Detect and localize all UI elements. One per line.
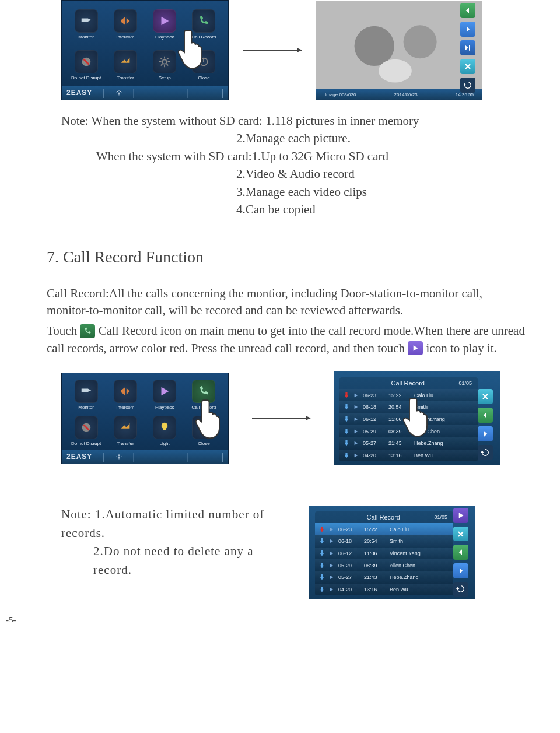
menu-item-setup: Setup (146, 46, 183, 85)
arrow-down-icon (320, 587, 324, 592)
row-date: 05-27 (363, 440, 384, 446)
callrecord-inline-icon (80, 324, 95, 338)
menu-label: Call Record (191, 34, 216, 40)
next-button[interactable] (453, 563, 468, 578)
callrecord-row[interactable]: 06-1211:06Vincent.Yang (340, 413, 478, 426)
page-indicator: 01/05 (434, 514, 447, 520)
text-fragment: icon to play it. (426, 341, 497, 355)
arrow-connector (246, 418, 316, 419)
page-indicator: 01/05 (459, 380, 472, 386)
menu-item-close: Close (186, 414, 222, 448)
gear-icon (153, 50, 176, 73)
menu-label: Call Record (191, 405, 216, 410)
callrecord-row[interactable]: 04-2013:16Ben.Wu (315, 584, 453, 596)
divider: | (133, 87, 135, 98)
intercom-icon (114, 380, 137, 403)
menu-label: Playback (155, 34, 174, 40)
svg-point-6 (404, 25, 437, 58)
prev-button[interactable] (453, 545, 468, 560)
row-date: 05-29 (338, 563, 359, 569)
camera-icon (75, 9, 98, 33)
menu-item-playback: Playback (146, 378, 183, 412)
svg-point-3 (118, 92, 120, 94)
play-tri-icon (329, 527, 334, 532)
row-time: 11:06 (364, 550, 385, 556)
menu-item-callrecord: Call Record (186, 5, 222, 44)
play-tri-icon (354, 453, 358, 458)
menu-item-light: Light (146, 414, 183, 448)
next-button[interactable] (478, 426, 493, 441)
callrecord-row[interactable]: 06-2315:22Calo.Liu (340, 389, 478, 401)
row-date: 04-20 (338, 587, 359, 592)
limit-note: Note: 1.Automatic limited number of reco… (61, 506, 277, 579)
delete-button[interactable] (453, 527, 468, 542)
callrecord-row[interactable]: 05-2908:39Allen.Chen (340, 425, 478, 437)
menu-label: Transfer (117, 75, 134, 80)
callrecord-row[interactable]: 06-1211:06Vincent.Yang (315, 548, 453, 560)
svg-point-1 (162, 59, 166, 64)
callrecord-row[interactable]: 04-2013:16Ben.Wu (340, 450, 478, 462)
note-line: 3.Manage each video clips (61, 183, 525, 201)
camera-icon (75, 380, 98, 403)
menu-label: Do not Disrupt (71, 75, 101, 80)
sdcard-note: Note: When the system without SD card: 1… (61, 112, 525, 219)
menu-label: Light (159, 441, 169, 446)
settings-gear-icon (116, 89, 123, 96)
panel-title: Call Record (332, 514, 434, 521)
callrecord-row[interactable]: 06-1820:54Smith (315, 535, 453, 548)
row-date: 06-23 (338, 527, 359, 532)
back-button[interactable] (478, 445, 493, 460)
callrecord-row[interactable]: 06-1820:54Smith (340, 401, 478, 413)
delete-button[interactable] (460, 59, 475, 74)
callrecord-row[interactable]: 05-2908:39Allen.Chen (315, 559, 453, 571)
menu-item-playback: Playback (146, 5, 183, 44)
callrecord-row[interactable]: 05-2721:43Hebe.Zhang (340, 437, 478, 450)
row-name: Smith (414, 404, 473, 410)
play-tri-icon (329, 587, 334, 592)
divider: | (133, 451, 135, 462)
play-tri-icon (354, 429, 358, 434)
menu-label: Close (198, 441, 209, 446)
image-counter: Image:008/020 (325, 92, 356, 97)
arrow-down-icon (344, 416, 349, 422)
menu-label: Close (198, 75, 209, 80)
row-time: 15:22 (388, 392, 410, 398)
next-button[interactable] (460, 22, 475, 37)
brand-logo: 2EASY (66, 453, 92, 461)
menu-label: Monitor (78, 34, 94, 40)
prev-button[interactable] (478, 408, 493, 423)
play-tri-icon (329, 563, 334, 568)
arrow-down-icon (320, 574, 324, 580)
arrow-down-icon (344, 440, 349, 446)
arrow-down-icon (320, 538, 324, 544)
play-tri-icon (354, 441, 358, 446)
back-button[interactable] (453, 582, 468, 597)
callrecord-row[interactable]: 06-2315:22Calo.Liu (315, 523, 453, 535)
arrow-down-icon (344, 404, 349, 410)
playback-menu-screenshot: Monitor Intercom Playback Call Record Do… (61, 0, 229, 100)
page-number: -5- (6, 615, 16, 622)
prev-button[interactable] (460, 3, 475, 18)
play-pause-button[interactable] (460, 40, 475, 55)
row-time: 21:43 (364, 574, 385, 580)
delete-button[interactable] (478, 389, 493, 404)
playback-icon (153, 380, 176, 403)
panel-title: Call Record (357, 380, 459, 387)
arrow-down-icon (320, 563, 324, 569)
section-paragraph: Touch Call Record icon on main menu to g… (47, 322, 525, 357)
callrecord-row[interactable]: 05-2721:43Hebe.Zhang (315, 571, 453, 584)
play-button[interactable] (453, 508, 468, 523)
menu-label: Transfer (117, 441, 134, 446)
intercom-icon (114, 9, 137, 33)
menu-label: Intercom (116, 34, 134, 40)
back-button[interactable] (460, 78, 475, 93)
note-line: Note: When the system without SD card: 1… (61, 112, 525, 129)
play-tri-icon (354, 405, 358, 409)
callrecord-icon (192, 9, 215, 33)
menu-item-dnd: Do not Disrupt (68, 46, 104, 85)
play-tri-icon (329, 551, 334, 556)
transfer-icon (114, 50, 137, 73)
arrow-down-icon (320, 527, 324, 532)
row-time: 13:16 (388, 453, 410, 458)
row-name: Ben.Wu (390, 587, 449, 592)
